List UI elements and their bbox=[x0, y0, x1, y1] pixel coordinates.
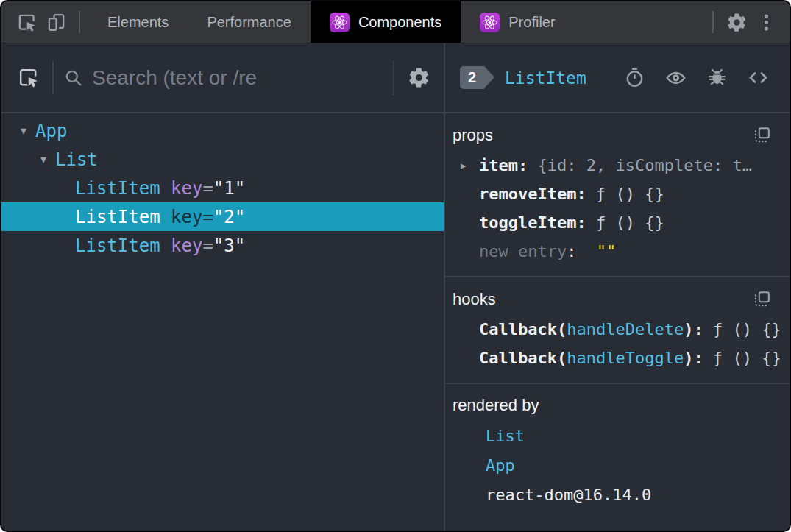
section-hooks: hooksCallback(handleDelete): ƒ () {}Call… bbox=[445, 277, 790, 384]
react-logo-icon bbox=[480, 13, 500, 32]
separator: : bbox=[576, 185, 596, 203]
key-attribute-value: "2" bbox=[213, 207, 245, 227]
toolbar-divider bbox=[393, 61, 394, 95]
space[interactable] bbox=[160, 178, 171, 199]
space[interactable] bbox=[160, 207, 171, 227]
prop-row[interactable]: ▸item: {id: 2, isComplete: t… bbox=[445, 151, 790, 180]
toolbar-divider bbox=[52, 61, 54, 95]
paren: ( bbox=[557, 349, 567, 367]
prop-name: toggleItem bbox=[479, 213, 576, 232]
tab-label: Performance bbox=[207, 14, 291, 31]
inspector-sections: props▸item: {id: 2, isComplete: t…remove… bbox=[445, 113, 790, 531]
key-attribute-name: key bbox=[171, 207, 202, 227]
devtools-tabbar: ElementsPerformanceComponentsProfiler bbox=[1, 1, 790, 43]
toolbar-divider bbox=[712, 11, 714, 33]
tabbar-right-controls bbox=[704, 1, 790, 43]
bug-icon[interactable] bbox=[706, 67, 728, 88]
tree-row[interactable]: ▾App bbox=[1, 116, 444, 145]
expand-arrow-icon[interactable]: ▸ bbox=[461, 158, 467, 171]
new-entry-name[interactable]: new entry bbox=[479, 242, 567, 260]
component-name: ListItem bbox=[75, 207, 160, 227]
equals-sign: = bbox=[202, 178, 213, 199]
hook-row[interactable]: Callback(handleDelete): ƒ () {} bbox=[445, 315, 790, 344]
hook-name: handleToggle bbox=[567, 349, 684, 367]
search-box bbox=[63, 66, 383, 90]
section-title: props bbox=[453, 126, 493, 145]
component-name: List bbox=[55, 149, 98, 170]
component-name: App bbox=[35, 121, 67, 141]
search-icon bbox=[63, 68, 83, 88]
search-input[interactable] bbox=[83, 66, 383, 90]
tab-label: Profiler bbox=[508, 14, 555, 31]
timer-icon[interactable] bbox=[624, 67, 645, 88]
selected-component-name: ListItem bbox=[505, 68, 586, 88]
react-logo-icon bbox=[330, 13, 350, 32]
tab-profiler[interactable]: Profiler bbox=[461, 1, 574, 43]
tab-components[interactable]: Components bbox=[311, 1, 461, 43]
prop-row[interactable]: new entry: "" bbox=[445, 237, 790, 266]
prop-value[interactable]: "" bbox=[597, 242, 617, 260]
eye-icon[interactable] bbox=[665, 67, 687, 88]
expand-arrow-icon[interactable]: ▾ bbox=[32, 152, 55, 166]
section-title-row: props bbox=[445, 116, 790, 151]
hook-name: handleDelete bbox=[567, 320, 684, 338]
devtools-settings-icon[interactable] bbox=[722, 7, 751, 37]
prop-row[interactable]: toggleItem: ƒ () {} bbox=[445, 208, 790, 237]
tree-toolbar bbox=[1, 43, 444, 113]
rendered-by-row[interactable]: List bbox=[445, 421, 790, 450]
component-name: ListItem bbox=[75, 235, 160, 256]
component-inspector-panel: 2 ListItem props▸item: {id: 2, isComplet… bbox=[445, 43, 790, 531]
prop-row[interactable]: removeItem: ƒ () {} bbox=[445, 180, 790, 208]
prop-value: ƒ () {} bbox=[596, 185, 664, 203]
rendered-by-row: react-dom@16.14.0 bbox=[445, 480, 790, 509]
space[interactable] bbox=[160, 235, 171, 256]
copy-icon[interactable] bbox=[752, 125, 772, 145]
key-attribute-value: "3" bbox=[213, 235, 245, 256]
section-rendered-by: rendered byListAppreact-dom@16.14.0 bbox=[445, 384, 790, 531]
hook-type: Callback bbox=[479, 349, 557, 367]
owner-component-link[interactable]: List bbox=[486, 427, 525, 445]
hook-row[interactable]: Callback(handleToggle): ƒ () {} bbox=[445, 344, 790, 372]
expand-arrow-icon[interactable]: ▾ bbox=[12, 124, 35, 138]
tree-row[interactable]: ListItem key="2" bbox=[1, 202, 444, 231]
components-tree-panel: ▾App▾ListListItem key="1"ListItem key="2… bbox=[1, 43, 445, 531]
paren: ) bbox=[684, 320, 693, 338]
component-name: ListItem bbox=[75, 178, 160, 199]
main-split: ▾App▾ListListItem key="1"ListItem key="2… bbox=[1, 43, 790, 531]
prop-value: {id: 2, isComplete: t… bbox=[537, 156, 751, 174]
separator: : bbox=[567, 242, 586, 260]
renderer-version-label: react-dom@16.14.0 bbox=[486, 486, 651, 504]
inspector-actions bbox=[624, 67, 769, 88]
tree-row[interactable]: ListItem key="3" bbox=[1, 231, 444, 260]
tab-strip: ElementsPerformanceComponentsProfiler bbox=[88, 1, 575, 43]
rendered-by-row[interactable]: App bbox=[445, 450, 790, 480]
section-title-row: rendered by bbox=[445, 387, 790, 421]
copy-icon[interactable] bbox=[752, 289, 772, 309]
equals-sign: = bbox=[202, 207, 213, 227]
tab-label: Components bbox=[358, 14, 441, 31]
inspect-element-icon[interactable] bbox=[12, 7, 41, 37]
tab-performance[interactable]: Performance bbox=[188, 1, 311, 43]
key-attribute-name: key bbox=[171, 178, 202, 199]
paren: ) bbox=[684, 349, 693, 367]
view-source-icon[interactable] bbox=[748, 67, 769, 88]
tab-label: Elements bbox=[107, 14, 169, 31]
owners-stack-badge[interactable]: 2 bbox=[460, 66, 484, 89]
hook-type: Callback bbox=[479, 320, 557, 338]
tree-row[interactable]: ListItem key="1" bbox=[1, 174, 444, 202]
separator: : bbox=[693, 349, 713, 367]
tree-row[interactable]: ▾List bbox=[1, 145, 444, 174]
pick-element-icon[interactable] bbox=[13, 63, 43, 93]
separator: : bbox=[518, 156, 538, 174]
paren: ( bbox=[557, 320, 567, 338]
tab-elements[interactable]: Elements bbox=[88, 1, 188, 43]
owner-component-link[interactable]: App bbox=[486, 456, 515, 475]
prop-name: item bbox=[479, 156, 518, 174]
device-toolbar-icon[interactable] bbox=[41, 7, 71, 37]
tree-settings-icon[interactable] bbox=[404, 63, 433, 93]
section-props: props▸item: {id: 2, isComplete: t…remove… bbox=[445, 113, 790, 277]
key-attribute-value: "1" bbox=[213, 178, 245, 199]
section-title: rendered by bbox=[453, 396, 539, 415]
more-options-icon[interactable] bbox=[751, 7, 781, 37]
prop-name: removeItem bbox=[479, 185, 576, 203]
